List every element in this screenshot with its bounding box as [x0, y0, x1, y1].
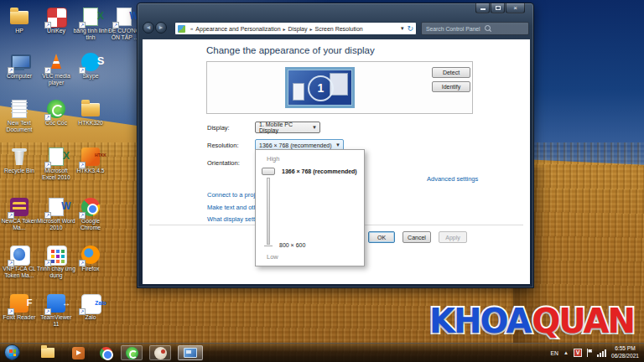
desktop-icon-vlc[interactable]: ↗VLC media player	[37, 52, 75, 86]
taskbar-media-player-button[interactable]	[67, 345, 89, 360]
maximize-button[interactable]	[491, 3, 505, 13]
network-icon[interactable]	[597, 349, 606, 357]
minimize-button[interactable]	[475, 3, 490, 13]
search-icon[interactable]	[485, 25, 491, 32]
resolution-slider-dropdown: High 1366 × 768 (recommended) 800 × 600 …	[255, 149, 365, 266]
desktop-icon-bin[interactable]: Recycle Bin	[0, 147, 39, 174]
desktop-icon-text-doc[interactable]: New Text Document	[0, 99, 39, 133]
taskbar-app-button[interactable]	[149, 345, 171, 360]
apply-button[interactable]: Apply	[439, 231, 467, 243]
hp-folder-icon	[9, 7, 29, 27]
slider-handle[interactable]	[262, 168, 275, 175]
desktop-icon-hp-folder[interactable]: HP	[0, 7, 39, 34]
identify-button[interactable]: Identify	[432, 81, 470, 92]
shortcut-arrow-icon: ↗	[44, 308, 51, 315]
desktop-icon-computer[interactable]: ↗Computer	[0, 52, 39, 80]
word-icon: W↗	[46, 197, 66, 217]
desktop-icon-label: Foxit Reader	[0, 314, 39, 321]
breadcrumb[interactable]: « Appearance and Personalization ▸ Displ…	[174, 22, 417, 35]
shortcut-arrow-icon: ↗	[79, 22, 86, 28]
language-indicator[interactable]: EN	[551, 350, 558, 356]
shortcut-arrow-icon: ↗	[79, 260, 86, 266]
desktop-icon-word[interactable]: W↗Microsoft Word 2010	[37, 197, 75, 231]
desktop-icon-coccoc[interactable]: ↗Cốc Cốc	[37, 99, 75, 127]
breadcrumb-display[interactable]: Display	[288, 26, 308, 32]
excel-sheet-icon: X↗	[80, 7, 101, 27]
zalo-icon: Zalo↗	[80, 293, 101, 313]
system-tray: EN ▲ V 6:55 PM 06/28/2021	[551, 344, 642, 362]
clock[interactable]: 6:55 PM 06/28/2021	[611, 345, 639, 360]
shortcut-arrow-icon: ↗	[44, 114, 51, 121]
forward-button[interactable]: ►	[155, 22, 167, 34]
breadcrumb-appearance[interactable]: Appearance and Personalization	[195, 26, 280, 32]
htkk-folder-icon	[80, 99, 101, 119]
slider-track[interactable]	[267, 178, 270, 245]
address-bar: ◄ ► « Appearance and Personalization ▸ D…	[138, 18, 533, 39]
ok-button[interactable]: OK	[368, 231, 395, 243]
desktop-icon-label: Recycle Bin	[0, 168, 39, 174]
refresh-icon[interactable]: ↻	[407, 24, 413, 33]
start-button[interactable]	[4, 344, 20, 360]
newca-icon: ↗	[9, 197, 29, 217]
minimize-icon	[480, 8, 486, 10]
desktop-icon-label: Firefox	[71, 266, 110, 272]
show-hidden-icons-button[interactable]: ▲	[564, 350, 569, 355]
slider-option-recommended[interactable]: 1366 × 768 (recommended)	[282, 168, 357, 174]
desktop-icon-label: HP	[0, 28, 39, 34]
window-controls: ×	[475, 3, 525, 13]
desktop-icon-appgrid[interactable]: ↗Trình chạy ứng dụng	[37, 245, 75, 279]
detect-button[interactable]: Detect	[432, 67, 470, 78]
desktop-icon-chrome[interactable]: ↗Google Chrome	[71, 197, 110, 231]
close-button[interactable]: ×	[506, 3, 525, 13]
desktop-icon-label: UniKey	[37, 28, 75, 34]
desktop-icon-firefox[interactable]: ↗Firefox	[71, 245, 110, 272]
desktop-icon-excel[interactable]: X↗Microsoft Excel 2010	[37, 147, 75, 181]
vlc-icon: ↗	[46, 52, 66, 72]
back-button[interactable]: ◄	[143, 22, 154, 34]
search-placeholder: Search Control Panel	[426, 26, 480, 32]
desktop-icon-htkk-folder[interactable]: HTKK320	[71, 99, 110, 127]
display-label: Display:	[207, 124, 230, 132]
desktop-icon-unikey[interactable]: ↗UniKey	[37, 7, 75, 34]
taskbar-chrome-button[interactable]	[95, 345, 117, 360]
taskbar-coccoc-button[interactable]	[121, 345, 143, 360]
desktop-icon-skype[interactable]: S↗Skype	[71, 52, 110, 80]
breadcrumb-screen-resolution[interactable]: Screen Resolution	[315, 26, 363, 32]
windows-logo-icon	[9, 349, 16, 356]
chrome-icon	[100, 347, 112, 359]
display-select[interactable]: 1. Mobile PC Display ▼	[255, 122, 320, 133]
desktop-icon-zalo[interactable]: Zalo↗Zalo	[71, 293, 110, 321]
breadcrumb-prefix: «	[190, 26, 193, 31]
slider-option-800x600[interactable]: 800 × 600	[279, 242, 305, 248]
desktop-icon-foxit[interactable]: F↗Foxit Reader	[0, 293, 39, 321]
firefox-icon: ↗	[80, 245, 101, 265]
shortcut-arrow-icon: ↗	[79, 212, 86, 219]
chevron-right-icon: ▸	[283, 26, 286, 32]
cancel-button[interactable]: Cancel	[402, 231, 431, 243]
orientation-label: Orientation:	[207, 159, 240, 167]
coccoc-icon	[126, 347, 138, 359]
desktop-icon-vnpt[interactable]: ↗VNPT-CA CL Token Ma...	[0, 245, 39, 279]
desktop-icon-label: HTKK3.4.5	[71, 168, 110, 174]
shortcut-arrow-icon: ↗	[8, 212, 14, 219]
desktop-icon-htkk[interactable]: HTKK↗HTKK3.4.5	[71, 147, 110, 174]
page-title: Change the appearance of your display	[206, 45, 375, 55]
advanced-settings-link[interactable]: Advanced settings	[427, 175, 478, 183]
desktop-icon-teamviewer[interactable]: ↔↗TeamViewer 11	[37, 293, 75, 328]
foxit-icon: F↗	[9, 293, 29, 313]
action-center-icon[interactable]	[586, 349, 593, 357]
shortcut-arrow-icon: ↗	[44, 162, 51, 168]
window-content: Change the appearance of your display 1 …	[143, 39, 530, 284]
shortcut-arrow-icon: ↗	[8, 260, 14, 266]
skype-icon: S↗	[80, 52, 101, 72]
taskbar-explorer-button[interactable]	[37, 345, 59, 360]
search-input[interactable]: Search Control Panel	[421, 22, 529, 35]
desktop-icon-label: NewCA Token Ma...	[0, 218, 39, 231]
unikey-tray-icon[interactable]: V	[574, 349, 582, 357]
address-dropdown-icon[interactable]: ▾	[401, 25, 404, 32]
desktop-icon-label: Microsoft Word 2010	[37, 218, 75, 231]
taskbar-display-settings-button[interactable]	[178, 345, 203, 360]
desktop-icon-newca[interactable]: ↗NewCA Token Ma...	[0, 197, 39, 231]
monitor-preview[interactable]: 1	[285, 67, 355, 108]
text-doc-icon	[9, 99, 29, 119]
